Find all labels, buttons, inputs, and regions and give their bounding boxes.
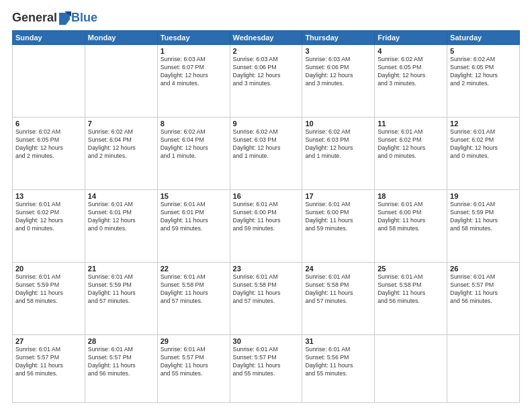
day-info: Sunrise: 6:01 AM Sunset: 6:02 PM Dayligh… (450, 128, 517, 161)
day-info: Sunrise: 6:03 AM Sunset: 6:06 PM Dayligh… (233, 56, 300, 88)
day-number: 4 (378, 47, 444, 55)
day-info: Sunrise: 6:02 AM Sunset: 6:04 PM Dayligh… (161, 128, 227, 161)
day-number: 8 (161, 120, 227, 128)
day-info: Sunrise: 6:02 AM Sunset: 6:05 PM Dayligh… (378, 56, 444, 88)
calendar-cell: 8Sunrise: 6:02 AM Sunset: 6:04 PM Daylig… (157, 118, 230, 190)
day-number: 7 (88, 120, 154, 128)
calendar-cell: 18Sunrise: 6:01 AM Sunset: 6:00 PM Dayli… (375, 190, 447, 263)
calendar-cell: 28Sunrise: 6:01 AM Sunset: 5:57 PM Dayli… (85, 335, 157, 403)
weekday-header-friday: Friday (375, 31, 447, 45)
day-number: 18 (378, 192, 444, 200)
header: General Blue (12, 11, 520, 25)
day-info: Sunrise: 6:01 AM Sunset: 5:57 PM Dayligh… (161, 346, 227, 378)
day-number: 15 (161, 192, 227, 200)
day-info: Sunrise: 6:01 AM Sunset: 5:59 PM Dayligh… (15, 273, 82, 306)
day-info: Sunrise: 6:01 AM Sunset: 5:57 PM Dayligh… (450, 273, 517, 306)
day-info: Sunrise: 6:01 AM Sunset: 6:00 PM Dayligh… (378, 201, 444, 233)
calendar-cell: 29Sunrise: 6:01 AM Sunset: 5:57 PM Dayli… (157, 335, 230, 403)
day-info: Sunrise: 6:01 AM Sunset: 5:58 PM Dayligh… (305, 273, 371, 306)
day-info: Sunrise: 6:02 AM Sunset: 6:05 PM Dayligh… (15, 128, 82, 161)
day-number: 14 (88, 192, 154, 200)
day-info: Sunrise: 6:01 AM Sunset: 5:58 PM Dayligh… (161, 273, 227, 306)
day-number: 10 (305, 120, 371, 128)
calendar-header-row: SundayMondayTuesdayWednesdayThursdayFrid… (13, 31, 520, 45)
weekday-header-monday: Monday (85, 31, 157, 45)
day-info: Sunrise: 6:01 AM Sunset: 5:59 PM Dayligh… (88, 273, 154, 306)
day-number: 25 (378, 265, 444, 273)
day-info: Sunrise: 6:01 AM Sunset: 6:01 PM Dayligh… (88, 201, 154, 233)
day-info: Sunrise: 6:02 AM Sunset: 6:04 PM Dayligh… (88, 128, 154, 161)
calendar-cell: 24Sunrise: 6:01 AM Sunset: 5:58 PM Dayli… (302, 263, 375, 335)
day-info: Sunrise: 6:01 AM Sunset: 5:58 PM Dayligh… (378, 273, 444, 306)
calendar-table: SundayMondayTuesdayWednesdayThursdayFrid… (12, 30, 520, 403)
calendar-cell: 26Sunrise: 6:01 AM Sunset: 5:57 PM Dayli… (447, 263, 520, 335)
calendar-cell: 27Sunrise: 6:01 AM Sunset: 5:57 PM Dayli… (13, 335, 85, 403)
calendar-cell: 23Sunrise: 6:01 AM Sunset: 5:58 PM Dayli… (230, 263, 302, 335)
day-number: 24 (305, 265, 371, 273)
day-number: 16 (233, 192, 300, 200)
calendar-cell: 7Sunrise: 6:02 AM Sunset: 6:04 PM Daylig… (85, 118, 157, 190)
day-number: 11 (378, 120, 444, 128)
calendar-cell: 10Sunrise: 6:02 AM Sunset: 6:03 PM Dayli… (302, 118, 375, 190)
day-number: 6 (15, 120, 82, 128)
day-info: Sunrise: 6:01 AM Sunset: 5:58 PM Dayligh… (233, 273, 300, 306)
day-number: 30 (233, 337, 300, 345)
calendar-cell (13, 45, 85, 118)
day-number: 1 (161, 47, 227, 55)
day-number: 9 (233, 120, 300, 128)
day-info: Sunrise: 6:02 AM Sunset: 6:05 PM Dayligh… (450, 56, 517, 88)
calendar-week-0: 1Sunrise: 6:03 AM Sunset: 6:07 PM Daylig… (13, 45, 520, 118)
calendar-cell (447, 335, 520, 403)
day-number: 28 (88, 337, 154, 345)
day-number: 3 (305, 47, 371, 55)
day-number: 23 (233, 265, 300, 273)
day-info: Sunrise: 6:01 AM Sunset: 6:02 PM Dayligh… (378, 128, 444, 161)
day-info: Sunrise: 6:02 AM Sunset: 6:03 PM Dayligh… (305, 128, 371, 161)
calendar-cell: 31Sunrise: 6:01 AM Sunset: 5:56 PM Dayli… (302, 335, 375, 403)
calendar-cell: 12Sunrise: 6:01 AM Sunset: 6:02 PM Dayli… (447, 118, 520, 190)
calendar-cell: 11Sunrise: 6:01 AM Sunset: 6:02 PM Dayli… (375, 118, 447, 190)
calendar-cell: 22Sunrise: 6:01 AM Sunset: 5:58 PM Dayli… (157, 263, 230, 335)
calendar-cell: 21Sunrise: 6:01 AM Sunset: 5:59 PM Dayli… (85, 263, 157, 335)
day-info: Sunrise: 6:03 AM Sunset: 6:06 PM Dayligh… (305, 56, 371, 88)
calendar-cell: 15Sunrise: 6:01 AM Sunset: 6:01 PM Dayli… (157, 190, 230, 263)
calendar-cell: 17Sunrise: 6:01 AM Sunset: 6:00 PM Dayli… (302, 190, 375, 263)
logo-general-text: General (12, 11, 57, 25)
page: General Blue SundayMondayTuesdayWednesda… (0, 0, 532, 411)
logo-blue-text: Blue (71, 11, 97, 25)
weekday-header-thursday: Thursday (302, 31, 375, 45)
calendar-cell: 14Sunrise: 6:01 AM Sunset: 6:01 PM Dayli… (85, 190, 157, 263)
calendar-cell: 13Sunrise: 6:01 AM Sunset: 6:02 PM Dayli… (13, 190, 85, 263)
day-number: 19 (450, 192, 517, 200)
day-info: Sunrise: 6:01 AM Sunset: 5:59 PM Dayligh… (450, 201, 517, 233)
calendar-cell: 16Sunrise: 6:01 AM Sunset: 6:00 PM Dayli… (230, 190, 302, 263)
calendar-week-3: 20Sunrise: 6:01 AM Sunset: 5:59 PM Dayli… (13, 263, 520, 335)
day-number: 21 (88, 265, 154, 273)
calendar-cell: 19Sunrise: 6:01 AM Sunset: 5:59 PM Dayli… (447, 190, 520, 263)
day-number: 5 (450, 47, 517, 55)
calendar-cell: 25Sunrise: 6:01 AM Sunset: 5:58 PM Dayli… (375, 263, 447, 335)
calendar-cell: 2Sunrise: 6:03 AM Sunset: 6:06 PM Daylig… (230, 45, 302, 118)
day-info: Sunrise: 6:01 AM Sunset: 6:00 PM Dayligh… (305, 201, 371, 233)
day-info: Sunrise: 6:01 AM Sunset: 5:57 PM Dayligh… (88, 346, 154, 378)
weekday-header-saturday: Saturday (447, 31, 520, 45)
day-info: Sunrise: 6:01 AM Sunset: 6:00 PM Dayligh… (233, 201, 300, 233)
calendar-cell: 5Sunrise: 6:02 AM Sunset: 6:05 PM Daylig… (447, 45, 520, 118)
day-number: 31 (305, 337, 371, 345)
day-number: 17 (305, 192, 371, 200)
day-info: Sunrise: 6:01 AM Sunset: 5:56 PM Dayligh… (305, 346, 371, 378)
day-number: 2 (233, 47, 300, 55)
day-info: Sunrise: 6:01 AM Sunset: 6:02 PM Dayligh… (15, 201, 82, 233)
calendar-cell: 3Sunrise: 6:03 AM Sunset: 6:06 PM Daylig… (302, 45, 375, 118)
day-number: 12 (450, 120, 517, 128)
calendar-cell (85, 45, 157, 118)
calendar-cell: 1Sunrise: 6:03 AM Sunset: 6:07 PM Daylig… (157, 45, 230, 118)
day-info: Sunrise: 6:02 AM Sunset: 6:03 PM Dayligh… (233, 128, 300, 161)
weekday-header-tuesday: Tuesday (157, 31, 230, 45)
calendar-cell: 30Sunrise: 6:01 AM Sunset: 5:57 PM Dayli… (230, 335, 302, 403)
svg-marker-0 (59, 13, 70, 25)
logo-bird-icon (58, 11, 71, 25)
calendar-cell: 6Sunrise: 6:02 AM Sunset: 6:05 PM Daylig… (13, 118, 85, 190)
day-number: 29 (161, 337, 227, 345)
day-number: 26 (450, 265, 517, 273)
